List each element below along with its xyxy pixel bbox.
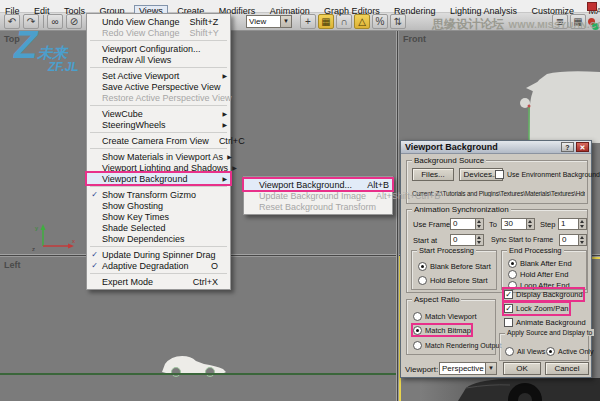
menu-separator xyxy=(90,132,227,133)
spinner-arrows-icon[interactable] xyxy=(578,235,586,245)
menu-item-show-key-times[interactable]: Show Key Times xyxy=(87,211,230,222)
ok-button[interactable]: OK xyxy=(503,362,541,375)
menu-separator xyxy=(90,105,227,106)
menu-item-show-dependencies[interactable]: Show Dependencies xyxy=(87,233,230,244)
menu-item-undo-view-change[interactable]: Undo View ChangeShift+Z xyxy=(87,16,230,27)
blank-after-end-radio[interactable]: Blank After End xyxy=(508,258,572,268)
lock-zoom-pan-checkbox[interactable]: ✓ Lock Zoom/Pan xyxy=(504,303,569,314)
menu-item-viewport-configuration[interactable]: Viewport Configuration... xyxy=(87,43,230,54)
menu-item-shade-selected[interactable]: Shade Selected xyxy=(87,222,230,233)
menu-item-show-ghosting[interactable]: Show Ghosting xyxy=(87,200,230,211)
front-view-model-fragment xyxy=(495,60,600,143)
submenu-arrow-icon: ▶ xyxy=(218,72,227,79)
cancel-button[interactable]: Cancel xyxy=(545,362,589,375)
menu-item-set-active-viewport[interactable]: Set Active Viewport▶ xyxy=(87,70,230,81)
animate-background-checkbox[interactable]: Animate Background xyxy=(504,317,586,328)
aspect-ratio-group: Aspect Ratio Match Viewport Match Bitmap… xyxy=(406,299,496,355)
help-icon[interactable]: ? xyxy=(561,142,574,152)
menu-lighting-analysis[interactable]: Lighting Analysis xyxy=(445,5,522,18)
menu-separator xyxy=(90,40,227,41)
svg-text:y: y xyxy=(35,225,38,231)
menu-item-adaptive-degradation[interactable]: ✓Adaptive DegradationO xyxy=(87,260,230,271)
submenu-arrow-icon: ▶ xyxy=(228,164,237,171)
world-axis-tripod: y x z xyxy=(22,220,82,254)
menu-item-create-camera-from-view[interactable]: Create Camera From ViewCtrl+C xyxy=(87,135,230,146)
menu-item-viewport-lighting-and-shadows[interactable]: Viewport Lighting and Shadows▶ xyxy=(87,162,230,173)
match-viewport-radio[interactable]: Match Viewport xyxy=(413,311,477,321)
checkmark-icon: ✓ xyxy=(87,260,102,271)
svg-text:z: z xyxy=(32,246,35,252)
3dsmax-window: Top Front Left y x z xyxy=(0,0,600,401)
submenu-arrow-icon: ▶ xyxy=(223,153,232,160)
menu-animation[interactable]: Animation xyxy=(265,5,315,18)
submenu-arrow-icon: ▶ xyxy=(218,110,227,117)
to-spinner[interactable]: 30 xyxy=(501,218,535,230)
dropdown-arrow-icon[interactable]: ▼ xyxy=(485,363,496,374)
match-bitmap-radio[interactable]: Match Bitmap xyxy=(413,325,471,335)
match-rendering-output-radio[interactable]: Match Rendering Output xyxy=(413,340,501,350)
checkmark-icon: ✓ xyxy=(87,249,102,260)
menu-edit[interactable]: Edit xyxy=(29,5,55,18)
viewport-label-front[interactable]: Front xyxy=(403,34,426,44)
files-button[interactable]: Files... xyxy=(412,168,454,181)
use-frame-spinner[interactable]: 0 xyxy=(450,218,484,230)
menu-item-steeringwheels[interactable]: SteeringWheels▶ xyxy=(87,119,230,130)
submenu-item-viewport-background[interactable]: Viewport Background...Alt+B xyxy=(244,179,392,190)
all-views-radio[interactable]: All Views xyxy=(505,346,545,356)
viewport-label-left[interactable]: Left xyxy=(4,260,21,270)
menu-separator xyxy=(90,67,227,68)
animation-synchronization-group: Animation Synchronization Use Frame 0 To… xyxy=(406,209,588,293)
sync-start-to-frame-spinner[interactable]: 0 xyxy=(559,234,587,246)
submenu-item-reset-background-transform[interactable]: Reset Background Transform xyxy=(244,201,392,212)
menu-graph-editors[interactable]: Graph Editors xyxy=(319,5,385,18)
menu-item-viewport-background[interactable]: Viewport Background▶ xyxy=(87,173,230,184)
menu-item-expert-mode[interactable]: Expert ModeCtrl+X xyxy=(87,276,230,287)
viewport-dropdown[interactable]: Perspective ▼ xyxy=(439,362,497,375)
menu-rendering[interactable]: Rendering xyxy=(389,5,441,18)
ground-plane-line xyxy=(0,373,396,375)
menu-item-viewcube[interactable]: ViewCube▶ xyxy=(87,108,230,119)
viewport-background-dialog: Viewport Background ? ✕ Background Sourc… xyxy=(400,140,592,378)
checkmark-icon: ✓ xyxy=(504,290,513,299)
viewport-background-submenu: Viewport Background...Alt+B Update Backg… xyxy=(243,176,393,215)
menu-separator xyxy=(90,148,227,149)
watermark-corner-sub: ZF.JL xyxy=(48,60,79,74)
dialog-title-bar[interactable]: Viewport Background ? ✕ xyxy=(401,141,591,154)
menu-customize[interactable]: Customize xyxy=(527,5,580,18)
views-menu: Undo View ChangeShift+Z Redo View Change… xyxy=(86,13,231,290)
menu-separator xyxy=(90,246,227,247)
submenu-arrow-icon: ▶ xyxy=(218,121,227,128)
blank-before-start-radio[interactable]: Blank Before Start xyxy=(418,261,491,271)
use-environment-background-checkbox[interactable]: Use Environment Background xyxy=(495,169,600,180)
start-at-spinner[interactable]: 0 xyxy=(450,234,484,246)
submenu-item-update-background-image[interactable]: Update Background ImageAlt+Shift+Ctrl+B xyxy=(244,190,392,201)
menu-bar: File Edit Tools Group Views Create Modif… xyxy=(0,0,600,13)
end-processing-group: End Processing Blank After End Hold Afte… xyxy=(501,250,587,290)
menu-item-show-materials-in-viewport-as[interactable]: Show Materials in Viewport As▶ xyxy=(87,151,230,162)
menu-item-save-active-perspective-view[interactable]: Save Active Perspective View xyxy=(87,81,230,92)
step-spinner[interactable]: 1 xyxy=(558,218,587,230)
display-background-checkbox[interactable]: ✓ Display Background xyxy=(504,289,583,300)
menu-item-restore-active-perspective-view[interactable]: Restore Active Perspective View xyxy=(87,92,230,103)
hold-before-start-radio[interactable]: Hold Before Start xyxy=(418,275,488,285)
hold-after-end-radio[interactable]: Hold After End xyxy=(508,269,568,279)
spinner-arrows-icon[interactable] xyxy=(475,219,483,229)
close-icon[interactable]: ✕ xyxy=(576,142,589,152)
menu-item-update-during-spinner-drag[interactable]: ✓Update During Spinner Drag xyxy=(87,249,230,260)
spinner-arrows-icon[interactable] xyxy=(475,235,483,245)
menu-item-show-transform-gizmo[interactable]: ✓Show Transform Gizmo xyxy=(87,189,230,200)
menu-file[interactable]: File xyxy=(0,5,25,18)
submenu-arrow-icon: ▶ xyxy=(218,175,227,182)
spinner-arrows-icon[interactable] xyxy=(578,219,586,229)
checkmark-icon: ✓ xyxy=(504,304,513,313)
apply-source-group: Apply Source and Display to All Views Ac… xyxy=(499,333,589,361)
menu-item-redraw-all-views[interactable]: Redraw All Views xyxy=(87,54,230,65)
active-viewport-border-top xyxy=(592,257,600,259)
svg-text:x: x xyxy=(72,238,75,244)
start-processing-group: Start Processing Blank Before Start Hold… xyxy=(411,250,497,290)
active-only-radio[interactable]: Active Only xyxy=(546,346,593,356)
spinner-arrows-icon[interactable] xyxy=(526,219,534,229)
menubar-corner-mark xyxy=(587,2,597,11)
menu-item-redo-view-change[interactable]: Redo View ChangeShift+Y xyxy=(87,27,230,38)
dialog-title: Viewport Background xyxy=(405,142,498,152)
